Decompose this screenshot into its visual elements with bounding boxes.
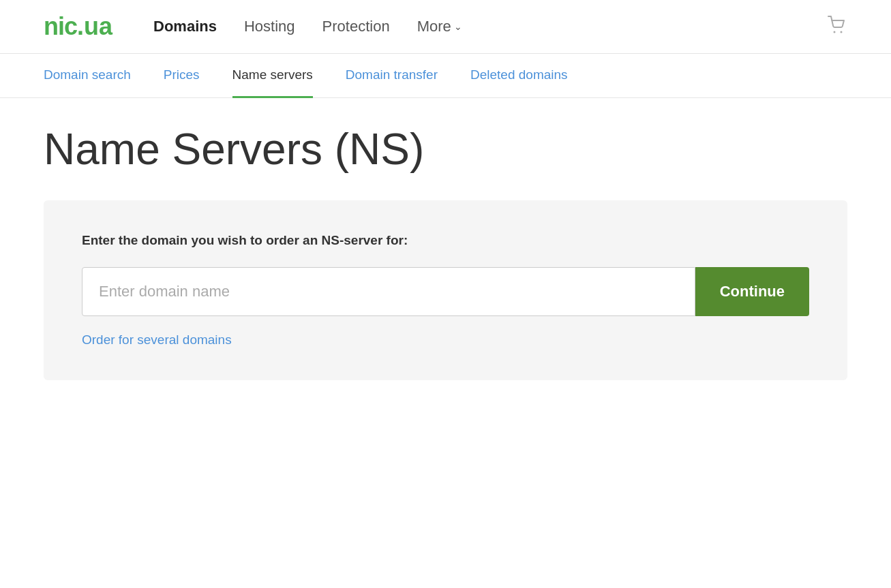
nav-item-domains[interactable]: Domains <box>153 18 217 35</box>
chevron-down-icon: ⌄ <box>454 21 462 32</box>
cart-icon[interactable] <box>826 14 847 40</box>
header: nic.ua Domains Hosting Protection More ⌄ <box>0 0 891 54</box>
nav-item-protection[interactable]: Protection <box>322 18 390 35</box>
subnav-item-deleted-domains[interactable]: Deleted domains <box>470 54 568 98</box>
card-label: Enter the domain you wish to order an NS… <box>82 233 809 248</box>
subnav-item-domain-transfer[interactable]: Domain transfer <box>346 54 438 98</box>
logo-nic: nic <box>44 12 77 41</box>
page-title: Name Servers (NS) <box>44 125 847 173</box>
subnav-item-prices[interactable]: Prices <box>164 54 200 98</box>
subnav: Domain search Prices Name servers Domain… <box>0 54 891 98</box>
subnav-item-name-servers[interactable]: Name servers <box>232 54 313 98</box>
nav-item-more-label: More <box>417 18 451 35</box>
nav-item-more[interactable]: More ⌄ <box>417 18 462 35</box>
nav-item-hosting[interactable]: Hosting <box>244 18 295 35</box>
logo-dot: . <box>77 12 84 41</box>
svg-point-0 <box>834 31 836 33</box>
ns-order-card: Enter the domain you wish to order an NS… <box>44 200 847 380</box>
main-nav: Domains Hosting Protection More ⌄ <box>153 18 826 35</box>
logo-ua: ua <box>84 12 112 41</box>
main-content: Name Servers (NS) Enter the domain you w… <box>0 98 891 407</box>
input-row: Continue <box>82 267 809 316</box>
continue-button[interactable]: Continue <box>695 267 809 316</box>
order-several-link[interactable]: Order for several domains <box>82 332 232 347</box>
svg-point-1 <box>841 31 843 33</box>
domain-input[interactable] <box>82 267 695 316</box>
subnav-item-domain-search[interactable]: Domain search <box>44 54 131 98</box>
logo[interactable]: nic.ua <box>44 12 112 41</box>
